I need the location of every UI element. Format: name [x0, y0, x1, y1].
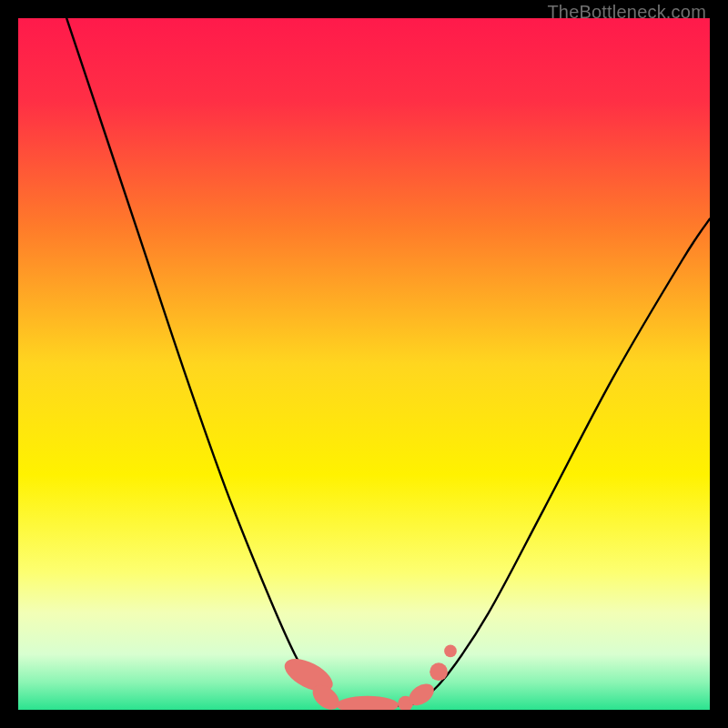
- outer-frame: TheBottleneck.com: [0, 0, 728, 728]
- marker-dot-6: [444, 645, 457, 658]
- plot-area: [18, 18, 710, 710]
- watermark-text: TheBottleneck.com: [547, 2, 706, 23]
- bottleneck-curve-chart: [18, 18, 710, 710]
- marker-dot-5: [430, 662, 448, 681]
- gradient-background: [18, 18, 710, 710]
